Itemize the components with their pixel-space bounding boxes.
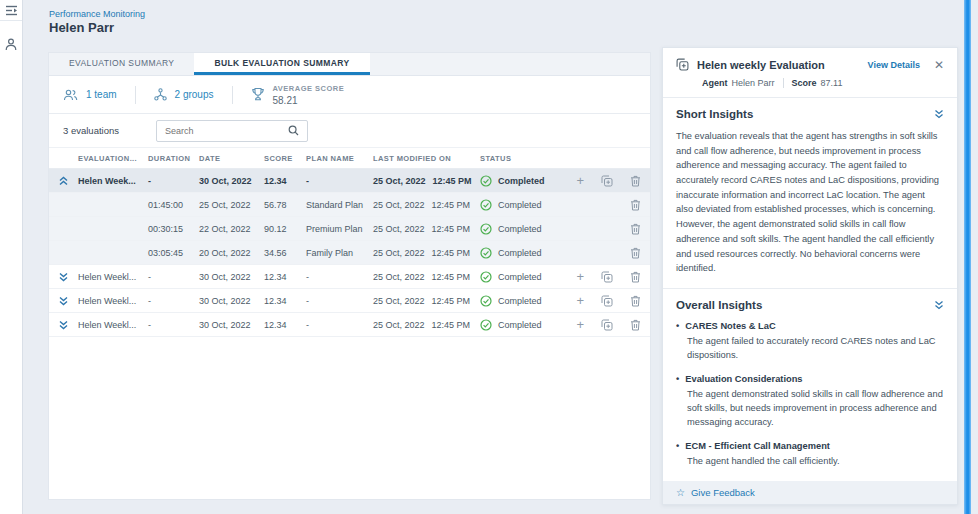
give-feedback-button[interactable]: ☆ Give Feedback (663, 481, 957, 504)
table-row[interactable]: 00:30:15 22 Oct, 2022 90.12 Premium Plan… (49, 217, 650, 241)
add-icon[interactable]: + (576, 271, 584, 283)
col-duration: DURATION (148, 154, 199, 163)
chevron-double-down-icon (59, 272, 68, 282)
short-insights-section: Short Insights The evaluation reveals th… (663, 98, 957, 289)
tab-evaluation-summary[interactable]: EVALUATION SUMMARY (49, 53, 194, 75)
status-badge: Completed (480, 271, 566, 283)
agent-value: Helen Parr (732, 78, 775, 88)
check-circle-icon (480, 271, 492, 283)
chevron-double-down-icon (59, 320, 68, 330)
left-rail (0, 0, 23, 514)
close-icon[interactable]: ✕ (934, 60, 944, 70)
status-badge: Completed (480, 319, 566, 331)
table-row[interactable]: Helen Weekl... - 30 Oct, 2022 12.34 - 25… (49, 289, 650, 313)
delete-icon[interactable] (630, 199, 641, 211)
panel-title: Helen weekly Evaluation (697, 59, 868, 71)
search-box[interactable] (156, 120, 308, 142)
average-score-value: 58.21 (273, 95, 345, 106)
agent-label: Agent (702, 78, 728, 88)
plan-cell: - (306, 320, 373, 330)
plan-cell: Family Plan (306, 248, 373, 258)
search-icon[interactable] (288, 125, 299, 136)
duplicate-icon[interactable] (601, 295, 613, 307)
overall-insights-section: Overall Insights CARES Notes & LaC The a… (663, 289, 957, 468)
status-badge: Completed (480, 223, 566, 235)
add-icon[interactable]: + (576, 319, 584, 331)
add-icon[interactable]: + (576, 295, 584, 307)
expand-row-button[interactable] (49, 320, 78, 330)
expand-row-button[interactable] (49, 296, 78, 306)
duplicate-icon[interactable] (601, 175, 613, 187)
table-row[interactable]: 03:05:45 20 Oct, 2022 34.56 Family Plan … (49, 241, 650, 265)
table-row[interactable]: 01:45:00 25 Oct, 2022 56.78 Standard Pla… (49, 193, 650, 217)
view-details-link[interactable]: View Details (868, 60, 920, 70)
panel-body: Short Insights The evaluation reveals th… (663, 98, 957, 468)
page-title: Helen Parr (49, 20, 114, 35)
check-circle-icon (480, 175, 492, 187)
chevron-double-down-icon (59, 296, 68, 306)
trophy-icon (251, 87, 265, 102)
breadcrumb[interactable]: Performance Monitoring (49, 9, 145, 19)
duplicate-icon[interactable] (601, 319, 613, 331)
status-badge: Completed (480, 199, 566, 211)
table-header: EVALUATION... DURATION DATE SCORE PLAN N… (49, 147, 650, 169)
groups-stat[interactable]: 2 groups (154, 88, 214, 101)
date-cell: 25 Oct, 2022 (199, 200, 264, 210)
groups-stat-label: 2 groups (175, 89, 214, 100)
duplicate-icon[interactable] (601, 271, 613, 283)
average-score-stat: AVERAGE SCORE 58.21 (251, 84, 345, 106)
user-nav-button[interactable] (0, 29, 22, 59)
divider (232, 86, 233, 104)
delete-icon[interactable] (630, 319, 641, 331)
col-plan-name: PLAN NAME (306, 154, 373, 163)
delete-icon[interactable] (630, 223, 641, 235)
user-icon (5, 38, 17, 51)
score-cell: 12.34 (264, 272, 306, 282)
plan-cell: - (306, 272, 373, 282)
delete-icon[interactable] (630, 271, 641, 283)
delete-icon[interactable] (630, 247, 641, 259)
delete-icon[interactable] (630, 295, 641, 307)
evaluation-name: Helen Weekl... (78, 272, 148, 282)
short-insights-title: Short Insights (676, 108, 934, 120)
give-feedback-label: Give Feedback (691, 487, 755, 498)
collapse-row-button[interactable] (49, 176, 78, 186)
add-icon[interactable]: + (576, 175, 584, 187)
delete-icon[interactable] (630, 175, 641, 187)
expand-row-button[interactable] (49, 272, 78, 282)
duration-cell: - (148, 176, 199, 186)
score-cell: 34.56 (264, 248, 306, 258)
col-status: STATUS (480, 154, 566, 163)
modified-cell: 25 Oct, 202212:45 PM (373, 176, 480, 186)
evaluation-name: Helen Weekl... (78, 320, 148, 330)
duration-cell: - (148, 296, 199, 306)
menu-collapse-button[interactable] (0, 0, 22, 21)
search-input[interactable] (165, 126, 288, 136)
duration-cell: 00:30:15 (148, 224, 199, 234)
chevron-double-up-icon (59, 176, 68, 186)
team-stat[interactable]: 1 team (63, 89, 117, 101)
menu-collapse-icon (5, 5, 18, 16)
tab-bulk-evaluation-summary[interactable]: BULK EVALUATION SUMMARY (194, 53, 369, 75)
date-cell: 20 Oct, 2022 (199, 248, 264, 258)
score-cell: 56.78 (264, 200, 306, 210)
modified-cell: 25 Oct, 202212:45 PM (373, 224, 480, 234)
evaluation-doc-icon (676, 58, 689, 71)
duration-cell: - (148, 320, 199, 330)
table-row[interactable]: Helen Weekl... - 30 Oct, 2022 12.34 - 25… (49, 313, 650, 337)
star-icon: ☆ (676, 487, 685, 498)
status-badge: Completed (480, 295, 566, 307)
duration-cell: - (148, 272, 199, 282)
score-cell: 12.34 (264, 296, 306, 306)
table-row[interactable]: Helen Week... - 30 Oct, 2022 12.34 - 25 … (49, 169, 650, 193)
collapse-section-icon[interactable] (934, 109, 944, 119)
scrollbar[interactable] (964, 0, 971, 514)
insights-panel: Helen weekly Evaluation View Details ✕ A… (662, 47, 958, 505)
average-score-label: AVERAGE SCORE (273, 84, 345, 93)
check-circle-icon (480, 295, 492, 307)
col-score: SCORE (264, 154, 306, 163)
table-row[interactable]: Helen Weekl... - 30 Oct, 2022 12.34 - 25… (49, 265, 650, 289)
collapse-section-icon[interactable] (934, 300, 944, 310)
plan-cell: - (306, 296, 373, 306)
status-badge: Completed (480, 175, 566, 187)
